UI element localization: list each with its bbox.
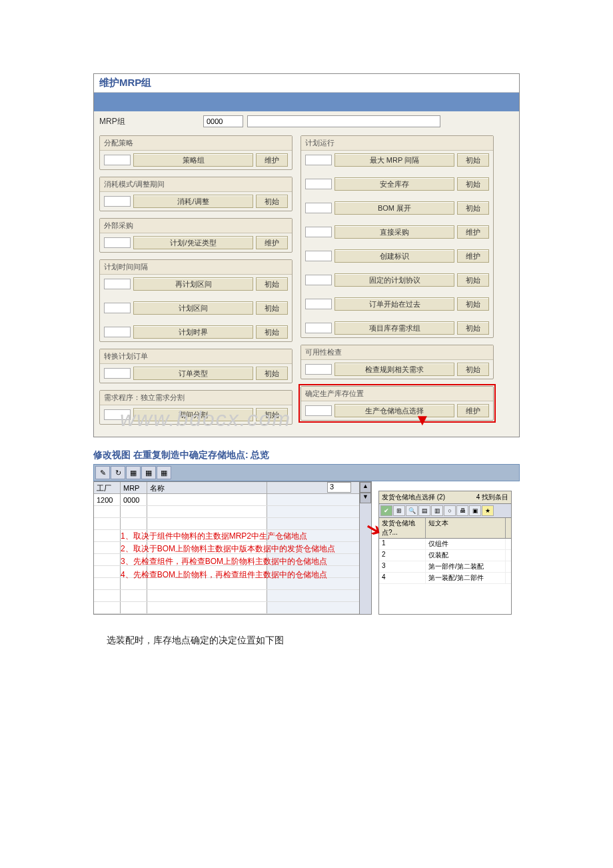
field-input[interactable] — [305, 299, 332, 309]
filter-icon[interactable]: ⊞ — [393, 505, 405, 516]
export-icon[interactable]: ▣ — [469, 505, 481, 516]
action-button[interactable]: 初始 — [256, 325, 288, 339]
table-row[interactable] — [94, 518, 359, 530]
field-input[interactable] — [104, 368, 131, 379]
field-label-button[interactable]: 直接采购 — [334, 225, 454, 239]
field-label-button[interactable]: 安全库存 — [334, 177, 454, 191]
field-input[interactable] — [305, 364, 332, 375]
field-input[interactable] — [305, 155, 332, 165]
field-input[interactable] — [305, 405, 332, 416]
group-row: 策略组维护 — [100, 151, 292, 169]
field-label-button[interactable]: 生产仓储地点选择 — [334, 404, 454, 417]
scroll-up-icon[interactable]: ▲ — [360, 482, 371, 493]
scrollbar[interactable]: ▲ ▼ — [360, 481, 372, 615]
toolbar-button-2[interactable]: ▦ — [126, 466, 141, 479]
field-label-button[interactable]: 项目库存需求组 — [334, 321, 454, 335]
action-button[interactable]: 初始 — [256, 301, 288, 315]
toolbar-button-0[interactable]: ✎ — [95, 466, 110, 479]
scroll-down-icon[interactable]: ▼ — [360, 493, 371, 503]
field-input[interactable] — [305, 227, 332, 237]
mrp-group-label: MRP组 — [99, 116, 199, 127]
field-label-button[interactable]: BOM 展开 — [334, 201, 454, 215]
field-input[interactable] — [305, 179, 332, 189]
find-icon[interactable]: 🔍 — [406, 505, 418, 516]
annotation-line-2: 2、取决于BOM上阶物料主数据中版本数据中的发货仓储地点 — [121, 543, 354, 555]
sort-icon[interactable]: ▤ — [418, 505, 430, 516]
popup-row[interactable]: 1仅组件 — [379, 539, 511, 550]
layout-icon[interactable]: ▥ — [431, 505, 443, 516]
action-button[interactable]: 维护 — [256, 153, 288, 167]
popup-cell-code: 2 — [379, 550, 426, 561]
field-label-button[interactable]: 消耗/调整 — [133, 195, 253, 208]
action-button[interactable]: 维护 — [457, 404, 489, 417]
field-label-button[interactable]: 计划时界 — [133, 325, 253, 339]
field-label-button[interactable]: 创建标识 — [334, 249, 454, 263]
table-cell — [94, 578, 121, 589]
action-button[interactable]: 初始 — [256, 408, 288, 421]
mrp-group-desc-input[interactable] — [247, 115, 440, 127]
field-input[interactable] — [305, 203, 332, 213]
field-input[interactable] — [104, 196, 131, 207]
popup-row[interactable]: 4第一装配/第二部件 — [379, 573, 511, 584]
field-label-button[interactable]: 最大 MRP 间隔 — [334, 153, 454, 167]
group-row: 生产仓储地点选择维护 — [301, 401, 493, 420]
action-button[interactable]: 初始 — [457, 273, 489, 287]
toolbar-button-4[interactable]: ▦ — [157, 466, 171, 479]
misc-icon[interactable]: ○ — [444, 505, 456, 516]
field-label-button[interactable]: 订单开始在过去 — [334, 297, 454, 311]
table-row[interactable] — [94, 590, 359, 602]
action-button[interactable]: 初始 — [457, 363, 489, 376]
action-button[interactable]: 初始 — [457, 321, 489, 335]
table-cell — [94, 590, 121, 601]
field-input[interactable] — [305, 275, 332, 285]
field-input[interactable] — [104, 409, 131, 420]
field-label-button[interactable]: 固定的计划协议 — [334, 273, 454, 287]
field-label-button[interactable]: 期间分割 — [133, 408, 253, 421]
popup-cell-code: 3 — [379, 561, 426, 572]
field-label-button[interactable]: 策略组 — [133, 153, 253, 167]
col-name: 名称 — [147, 482, 267, 493]
table-row[interactable] — [94, 602, 359, 614]
group-row: 项目库存需求组初始 — [301, 319, 493, 337]
print-icon[interactable]: 🖶 — [456, 505, 468, 516]
table-row[interactable]: 12000000 — [94, 494, 359, 506]
action-button[interactable]: 初始 — [457, 177, 489, 191]
isloc-selected-value[interactable]: 3 — [327, 482, 351, 493]
popup-titlebar: 发货仓储地点选择 (2) 4 找到条目 — [379, 491, 511, 504]
field-label-button[interactable]: 订单类型 — [133, 367, 253, 380]
popup-row[interactable]: 2仅装配 — [379, 550, 511, 561]
field-input[interactable] — [104, 327, 131, 337]
table-row[interactable] — [94, 506, 359, 518]
action-button[interactable]: 维护 — [457, 249, 489, 263]
main-table: 工厂 MRP 名称 3 12000000 1、取决于组件中物料的主数据MRP2中… — [93, 481, 360, 615]
popup-row[interactable]: 3第一部件/第二装配 — [379, 561, 511, 573]
group-row: 安全库存初始 — [301, 175, 493, 193]
field-input[interactable] — [104, 303, 131, 313]
action-button[interactable]: 初始 — [457, 153, 489, 167]
field-input[interactable] — [104, 237, 131, 248]
mrp-group-input[interactable] — [203, 115, 243, 127]
field-label-button[interactable]: 再计划区间 — [133, 277, 253, 291]
confirm-icon[interactable]: ✔ — [380, 505, 392, 516]
action-button[interactable]: 初始 — [457, 201, 489, 215]
annotation-line-1: 1、取决于组件中物料的主数据MRP2中生产仓储地点 — [121, 530, 354, 543]
field-input[interactable] — [104, 279, 131, 289]
toolbar-button-3[interactable]: ▦ — [141, 466, 156, 479]
popup-cell-text: 仅组件 — [426, 539, 506, 549]
field-input[interactable] — [104, 155, 131, 165]
field-input[interactable] — [305, 251, 332, 261]
field-input[interactable] — [305, 323, 332, 333]
action-button[interactable]: 维护 — [457, 225, 489, 239]
toolbar-button-1[interactable]: ↻ — [111, 466, 125, 479]
field-label-button[interactable]: 计划区间 — [133, 301, 253, 315]
field-label-button[interactable]: 计划/凭证类型 — [133, 236, 253, 249]
action-button[interactable]: 初始 — [256, 277, 288, 291]
action-button[interactable]: 初始 — [457, 297, 489, 311]
group-row: 期间分割初始 — [100, 405, 292, 424]
highlight-icon[interactable]: ★ — [482, 505, 494, 516]
group-外部采购: 外部采购计划/凭证类型维护 — [99, 218, 293, 253]
field-label-button[interactable]: 检查规则相关需求 — [334, 363, 454, 376]
action-button[interactable]: 初始 — [256, 195, 288, 208]
action-button[interactable]: 维护 — [256, 236, 288, 249]
action-button[interactable]: 初始 — [256, 367, 288, 380]
